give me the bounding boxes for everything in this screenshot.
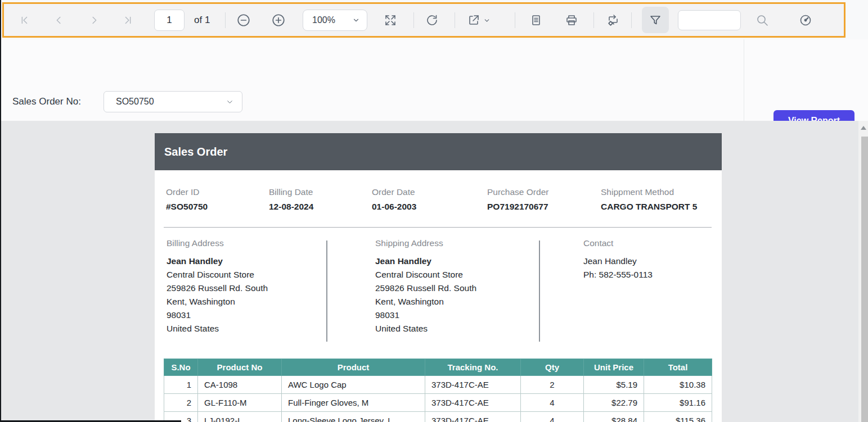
shipping-address-line: 259826 Russell Rd. South	[375, 282, 527, 295]
zoom-in-button[interactable]	[268, 10, 289, 30]
cell-product-no: LJ-0192-L	[198, 412, 282, 422]
table-row: 3 LJ-0192-L Long-Sleeve Logo Jersey, L 3…	[164, 412, 712, 422]
zoom-level-value: 100%	[312, 15, 347, 25]
shipping-address-name: Jean Handley	[375, 255, 527, 268]
document-icon	[529, 13, 543, 27]
print-layout-button[interactable]	[526, 10, 546, 30]
contact-block: Contact Jean Handley Ph: 582-555-0113	[583, 238, 718, 282]
cell-qty: 4	[521, 412, 584, 422]
col-header-total: Total	[644, 359, 712, 376]
report-viewer-canvas: Sales Order Order ID #SO50750 Billing Da…	[0, 121, 868, 422]
cell-tracking-no: 373D-417C-AE	[425, 412, 521, 422]
zoom-level-dropdown[interactable]: 100%	[303, 10, 367, 31]
parameter-panel: Sales Order No: SO50750 DatePicker 12/12…	[0, 39, 868, 121]
sales-order-value: SO50750	[116, 97, 226, 107]
cell-tracking-no: 373D-417C-AE	[425, 394, 521, 412]
table-header-row: S.No Product No Product Tracking No. Qty…	[164, 359, 712, 376]
billing-address-name: Jean Handley	[167, 255, 318, 268]
shipping-address-line: 98031	[375, 308, 527, 322]
edit-parameters-button[interactable]	[603, 10, 623, 30]
toolbar-separator	[413, 12, 414, 28]
address-divider	[539, 241, 540, 342]
order-items-table: S.No Product No Product Tracking No. Qty…	[164, 359, 712, 422]
billing-address-line: Central Discount Store	[167, 268, 318, 282]
cell-unit-price: $22.79	[584, 394, 644, 412]
col-header-product: Product	[282, 359, 425, 376]
export-dropdown-button[interactable]	[461, 10, 496, 30]
export-icon	[467, 13, 480, 27]
performance-button[interactable]	[795, 10, 816, 30]
col-header-unit-price: Unit Price	[584, 359, 644, 376]
order-date-field: Order Date 01-06-2003	[372, 187, 487, 212]
table-row: 1 CA-1098 AWC Logo Cap 373D-417C-AE 2 $5…	[164, 376, 712, 394]
toolbar-strip: of 1 100%	[0, 0, 868, 39]
page-number-input[interactable]	[154, 10, 185, 31]
col-header-qty: Qty	[521, 359, 584, 376]
sales-order-param-label: Sales Order No:	[12, 96, 81, 107]
table-row: 2 GL-F110-M Full-Finger Gloves, M 373D-4…	[164, 394, 712, 412]
fullscreen-button[interactable]	[380, 10, 401, 30]
gauge-icon	[799, 13, 812, 27]
billing-address-block: Billing Address Jean Handley Central Dis…	[167, 238, 318, 335]
first-page-button[interactable]	[14, 10, 34, 30]
printer-icon	[565, 13, 578, 27]
last-page-icon	[122, 14, 134, 26]
toolbar-separator	[593, 12, 594, 28]
search-icon	[755, 13, 769, 27]
cell-unit-price: $28.84	[584, 412, 644, 422]
order-info-row: Order ID #SO50750 Billing Date 12-08-202…	[155, 170, 722, 212]
cell-total: $115.36	[644, 412, 712, 422]
sales-order-dropdown[interactable]: SO50750	[104, 91, 242, 112]
refresh-button[interactable]	[422, 10, 442, 30]
col-header-sno: S.No	[164, 359, 198, 376]
cell-unit-price: $5.19	[584, 376, 644, 394]
billing-address-line: 98031	[167, 308, 318, 322]
page-count-label: of 1	[194, 4, 210, 36]
parameter-divider	[744, 39, 744, 121]
billing-date-label: Billing Date	[269, 187, 372, 197]
scrollbar-up-button[interactable]	[858, 122, 868, 133]
purchase-order-field: Purchase Order PO7192170677	[487, 187, 601, 212]
purchase-order-value: PO7192170677	[487, 202, 601, 212]
print-button[interactable]	[561, 10, 582, 30]
shipping-address-line: United States	[375, 322, 527, 335]
report-title: Sales Order	[164, 146, 227, 158]
last-page-button[interactable]	[118, 10, 138, 30]
address-divider	[326, 241, 327, 342]
purchase-order-label: Purchase Order	[487, 187, 601, 197]
previous-page-button[interactable]	[49, 10, 69, 30]
refresh-icon	[425, 13, 439, 27]
toolbar-separator	[631, 12, 632, 28]
next-page-button[interactable]	[84, 10, 104, 30]
chevron-down-icon	[483, 17, 491, 24]
zoom-out-icon	[236, 13, 251, 28]
shipment-method-value: CARGO TRANSPORT 5	[601, 202, 722, 212]
toolbar-separator	[455, 12, 455, 28]
chevron-right-icon	[88, 14, 100, 26]
fullscreen-icon	[384, 13, 397, 27]
toolbar-separator	[515, 12, 515, 28]
shipping-address-line: Central Discount Store	[375, 268, 527, 282]
col-header-tracking-no: Tracking No.	[425, 359, 521, 376]
search-button[interactable]	[752, 10, 772, 30]
cell-qty: 2	[521, 376, 584, 394]
zoom-out-button[interactable]	[233, 10, 254, 30]
filter-button-active[interactable]	[642, 7, 669, 33]
vertical-scrollbar-thumb[interactable]	[861, 137, 868, 422]
billing-address-heading: Billing Address	[167, 238, 318, 248]
triangle-up-icon	[861, 126, 866, 130]
search-input[interactable]	[678, 10, 741, 30]
order-id-label: Order ID	[166, 187, 269, 197]
billing-address-line: 259826 Russell Rd. South	[167, 282, 318, 295]
cell-product: Full-Finger Gloves, M	[282, 394, 425, 412]
cell-total: $10.38	[644, 376, 712, 394]
order-date-value: 01-06-2003	[372, 202, 487, 212]
cell-sno: 2	[164, 394, 198, 412]
contact-phone: Ph: 582-555-0113	[583, 268, 718, 282]
cell-tracking-no: 373D-417C-AE	[425, 376, 521, 394]
contact-name: Jean Handley	[583, 255, 718, 268]
cell-total: $91.16	[644, 394, 712, 412]
cell-product: Long-Sleeve Logo Jersey, L	[282, 412, 425, 422]
shipment-method-field: Shippment Method CARGO TRANSPORT 5	[601, 187, 722, 212]
order-info-divider	[164, 227, 712, 228]
